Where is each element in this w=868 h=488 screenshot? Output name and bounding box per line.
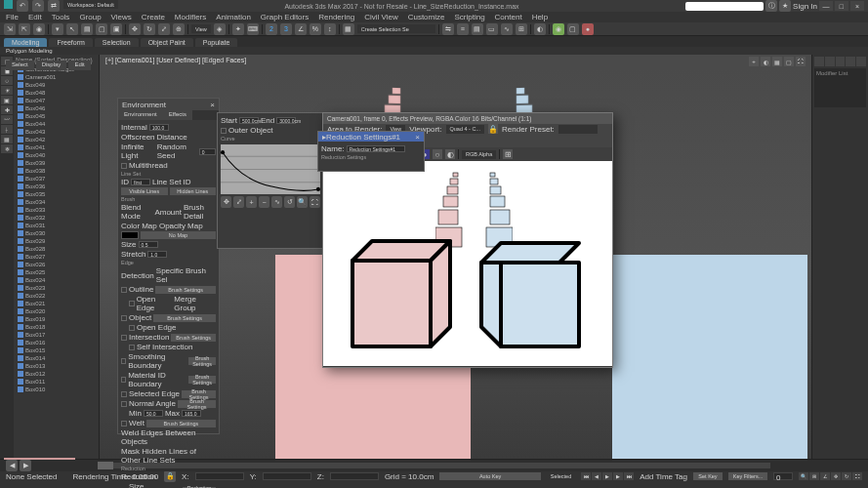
env-selectededge-check[interactable] (121, 391, 127, 397)
environment-dialog[interactable]: Environment × Environment Effects Intern… (117, 98, 220, 434)
create-tab-icon[interactable] (814, 57, 824, 66)
hierarchy-item[interactable]: Box032 (16, 214, 97, 222)
env-openedge2-check[interactable] (129, 325, 135, 331)
menu-group[interactable]: Group (79, 13, 101, 21)
env-close-icon[interactable]: × (210, 101, 215, 109)
timeline-next-icon[interactable]: ▶ (20, 460, 31, 471)
hierarchy-item[interactable]: Box044 (16, 120, 97, 128)
env-id-field[interactable]: first (131, 179, 150, 185)
render-lock-icon[interactable]: 🔒 (488, 124, 498, 134)
next-frame-icon[interactable]: ▶ (613, 472, 623, 480)
ref-coord-dropdown[interactable]: View (191, 24, 211, 33)
align-icon[interactable]: ≡ (457, 23, 469, 35)
link-icon[interactable]: ⇄ (48, 0, 60, 12)
render-toggle-icon[interactable]: ⊞ (503, 149, 513, 159)
display-frozen-icon[interactable]: ❄ (1, 144, 13, 153)
viewport-edged-icon[interactable]: ▦ (772, 57, 782, 66)
viewport-shade-icon[interactable]: ◐ (761, 57, 770, 66)
env-welt-brush-btn[interactable]: Brush Settings (146, 420, 216, 427)
display-spacewarps-icon[interactable]: 〰 (1, 115, 13, 124)
hierarchy-tab-icon[interactable] (836, 57, 846, 66)
info-icon[interactable]: ⓘ (765, 0, 777, 12)
maximize-button[interactable]: □ (835, 1, 848, 11)
placement-icon[interactable]: ⊕ (173, 23, 185, 35)
hierarchy-item[interactable]: Box038 (16, 167, 97, 175)
hierarchy-item[interactable]: Box035 (16, 190, 97, 198)
select-link-icon[interactable]: ⇲ (4, 23, 16, 35)
curve-delpoint-icon[interactable]: − (259, 196, 269, 208)
env-multithread-check[interactable] (121, 163, 127, 169)
hierarchy-item[interactable]: Box013 (16, 362, 97, 370)
menu-grapheditors[interactable]: Graph Editors (261, 13, 309, 21)
reduction-name-field[interactable]: Reduction Settings#1 (347, 145, 405, 152)
render-mono-icon[interactable]: ◐ (445, 149, 455, 159)
nav-pan-icon[interactable]: ✥ (831, 472, 841, 480)
motion-tab-icon[interactable] (846, 57, 855, 66)
menu-modifiers[interactable]: Modifiers (175, 13, 206, 21)
env-intersection-check[interactable] (121, 335, 127, 341)
hierarchy-item[interactable]: Box045 (16, 112, 97, 120)
nav-fov-icon[interactable]: ∠ (820, 472, 830, 480)
nav-zoom-icon[interactable]: 🔍 (799, 472, 808, 480)
material-editor-icon[interactable]: ◐ (534, 23, 546, 35)
hierarchy-item[interactable]: Box021 (16, 300, 97, 307)
rotate-icon[interactable]: ↻ (144, 23, 155, 35)
hierarchy-item[interactable]: Box023 (16, 284, 97, 292)
hierarchy-item[interactable]: Box022 (16, 292, 97, 300)
ribbon-tab-objectpaint[interactable]: Object Paint (141, 38, 193, 47)
curve-addpoint-icon[interactable]: + (246, 196, 257, 208)
hierarchy-item[interactable]: Box033 (16, 206, 97, 214)
hierarchy-item[interactable]: Box018 (16, 323, 97, 331)
env-openedge-check[interactable] (129, 301, 135, 306)
ribbon-tab-selection[interactable]: Selection (95, 38, 139, 47)
display-helpers-icon[interactable]: ✚ (1, 105, 13, 114)
hierarchy-item[interactable]: Box014 (16, 354, 97, 362)
env-smoothing-check[interactable] (121, 358, 126, 364)
menu-file[interactable]: File (6, 13, 19, 21)
menu-views[interactable]: Views (111, 13, 132, 21)
keyfilters-button[interactable]: Key Filters... (728, 472, 767, 480)
signin-link[interactable]: Sign In (793, 2, 817, 11)
prev-frame-icon[interactable]: ◀ (592, 472, 601, 480)
render-preset-dropdown[interactable] (558, 125, 598, 134)
env-color-swatch[interactable] (121, 231, 139, 239)
select-icon[interactable]: ↖ (66, 23, 78, 35)
hierarchy-item[interactable]: Box029 (16, 237, 97, 245)
env-welt-check[interactable] (121, 421, 127, 427)
hierarchy-item[interactable]: Box047 (16, 97, 97, 104)
curve-start-spinner[interactable]: 500.0cm (239, 117, 259, 124)
select-manipulate-icon[interactable]: ✦ (232, 23, 244, 35)
hierarchy-item[interactable]: Box012 (16, 370, 97, 378)
hierarchy-item[interactable]: Box030 (16, 229, 97, 237)
goto-start-icon[interactable]: ⏮ (581, 472, 591, 480)
current-frame-field[interactable]: 0 (773, 472, 793, 480)
env-stretch-spinner[interactable]: 1.0 (147, 251, 167, 258)
reduction-close-icon[interactable]: × (415, 133, 420, 142)
hierarchy-item[interactable]: Box024 (16, 276, 97, 284)
toggle-ribbon-icon[interactable]: ▭ (486, 23, 498, 35)
hierarchy-list[interactable]: Name (Sorted Descending) Camera001.Targe… (14, 55, 99, 465)
redo-icon[interactable]: ↷ (32, 0, 44, 12)
add-timetag-label[interactable]: Add Time Tag (640, 472, 687, 481)
hierarchy-item[interactable]: Box046 (16, 104, 97, 112)
display-lights-icon[interactable]: ☀ (1, 86, 13, 95)
setkey-button[interactable]: Set Key (693, 472, 723, 480)
hierarchy-item[interactable]: Box020 (16, 307, 97, 315)
timeline-handle[interactable] (98, 462, 113, 469)
modify-tab-icon[interactable] (825, 57, 835, 66)
env-normalangle-check[interactable] (121, 401, 127, 407)
tab-select[interactable]: Select (6, 61, 34, 70)
env-selectededge-brush-btn[interactable]: Brush Settings (182, 390, 216, 398)
display-bone-icon[interactable]: ⟊ (1, 125, 13, 134)
hierarchy-item[interactable]: Box016 (16, 339, 97, 346)
window-crossing-icon[interactable]: ▣ (110, 23, 122, 35)
coord-y-field[interactable] (263, 472, 311, 480)
display-tab-icon[interactable] (856, 57, 866, 66)
curve-move-icon[interactable]: ✥ (221, 196, 231, 208)
env-object-brush-btn[interactable]: Brush Settings (153, 314, 216, 322)
menu-create[interactable]: Create (142, 13, 165, 21)
env-smoothing-brush-btn[interactable]: Brush Settings (188, 357, 216, 365)
display-shapes-icon[interactable]: ○ (1, 76, 13, 85)
play-icon[interactable]: ▶ (602, 472, 612, 480)
tab-display[interactable]: Display (36, 61, 67, 70)
